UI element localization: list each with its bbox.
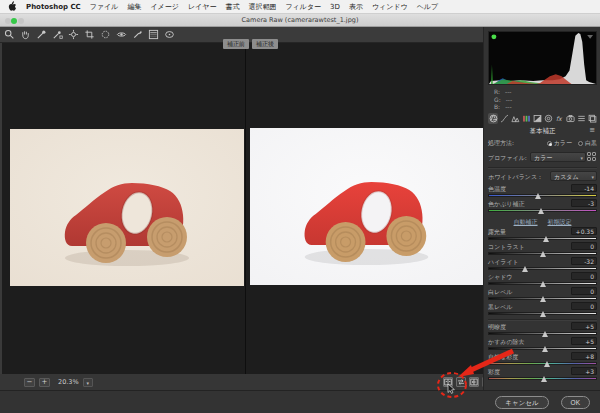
before-after-view-button[interactable] bbox=[443, 377, 453, 387]
profile-dropdown[interactable]: カラー▾ bbox=[530, 152, 586, 162]
apple-icon[interactable] bbox=[8, 2, 17, 12]
slider-thumb[interactable] bbox=[538, 208, 544, 214]
tab-effects[interactable]: fx bbox=[554, 113, 564, 124]
slider-thumb[interactable] bbox=[540, 296, 546, 302]
tint-slider: 色かぶり補正-3 bbox=[488, 200, 597, 215]
targeted-adjustment-icon[interactable] bbox=[67, 29, 79, 41]
auto-link[interactable]: 自動補正 bbox=[514, 218, 538, 225]
dehaze-value[interactable]: +5 bbox=[571, 337, 597, 345]
contrast-value[interactable]: 0 bbox=[571, 242, 597, 250]
panel-menu-icon[interactable]: ≡ bbox=[589, 126, 595, 134]
transform-tool-icon[interactable] bbox=[83, 29, 95, 41]
slider-thumb[interactable] bbox=[535, 193, 541, 199]
white-balance-eyedropper-icon[interactable] bbox=[35, 29, 47, 41]
zoom-tool-icon[interactable] bbox=[3, 29, 15, 41]
menu-file[interactable]: ファイル bbox=[90, 2, 119, 12]
menu-view[interactable]: 表示 bbox=[349, 2, 363, 12]
cancel-button[interactable]: キャンセル bbox=[495, 396, 548, 409]
profile-row: プロファイル: カラー▾ bbox=[488, 152, 597, 163]
slider-thumb[interactable] bbox=[544, 361, 550, 367]
tab-split-toning[interactable] bbox=[532, 113, 542, 124]
shadows-value[interactable]: 0 bbox=[571, 272, 597, 280]
tab-tone-curve[interactable] bbox=[499, 113, 509, 124]
radial-filter-icon[interactable] bbox=[163, 29, 175, 41]
slider-thumb[interactable] bbox=[540, 251, 546, 257]
tab-lens-corrections[interactable] bbox=[543, 113, 553, 124]
treatment-bw-radio[interactable]: 白黒 bbox=[578, 139, 597, 148]
rear-wheel bbox=[147, 217, 187, 257]
blacks-value[interactable]: 0 bbox=[571, 302, 597, 310]
menu-select[interactable]: 選択範囲 bbox=[248, 2, 276, 12]
menu-type[interactable]: 書式 bbox=[225, 2, 239, 12]
tab-presets[interactable] bbox=[576, 113, 586, 124]
adjustment-brush-icon[interactable] bbox=[131, 29, 143, 41]
slider-thumb[interactable] bbox=[542, 331, 548, 337]
before-image[interactable] bbox=[10, 129, 244, 286]
before-badge: 補正前 bbox=[223, 39, 249, 49]
dehaze-slider: かすみの除去+5 bbox=[488, 338, 597, 353]
temperature-value[interactable]: -14 bbox=[571, 184, 597, 192]
menu-layer[interactable]: レイヤー bbox=[188, 2, 217, 12]
tab-hsl-grayscale[interactable] bbox=[521, 113, 531, 124]
screen: Photoshop CC ファイル 編集 イメージ レイヤー 書式 選択範囲 フ… bbox=[0, 0, 600, 413]
tab-snapshots[interactable] bbox=[587, 113, 597, 124]
temperature-slider: 色温度-14 bbox=[488, 185, 597, 200]
vibrance-slider: 自然な彩度+8 bbox=[488, 353, 597, 368]
zoom-level-dropdown[interactable]: ▾ bbox=[83, 378, 93, 387]
menu-window[interactable]: ウィンドウ bbox=[372, 2, 408, 12]
spot-removal-icon[interactable] bbox=[99, 29, 111, 41]
zoom-level-value: 20.3% bbox=[58, 378, 79, 386]
exposure-value[interactable]: +0.35 bbox=[571, 227, 597, 235]
dialog-title-bar: Camera Raw (camerarawtest_1.jpg) bbox=[0, 14, 600, 27]
menu-help[interactable]: ヘルプ bbox=[417, 2, 439, 12]
after-image[interactable] bbox=[250, 128, 483, 285]
highlights-value[interactable]: -32 bbox=[571, 257, 597, 265]
clarity-slider: 明瞭度+5 bbox=[488, 323, 597, 338]
slider-thumb[interactable] bbox=[540, 281, 546, 287]
after-badge: 補正後 bbox=[252, 39, 278, 49]
panel-tabs: fx bbox=[488, 113, 597, 124]
menu-edit[interactable]: 編集 bbox=[127, 2, 141, 12]
slider-thumb[interactable] bbox=[540, 311, 546, 317]
clarity-value[interactable]: +5 bbox=[571, 322, 597, 330]
default-link[interactable]: 初期設定 bbox=[547, 218, 571, 225]
white-balance-row: ホワイトバランス : カスタム▾ bbox=[488, 171, 597, 182]
hand-tool-icon[interactable] bbox=[19, 29, 31, 41]
graduated-filter-icon[interactable] bbox=[147, 29, 159, 41]
copy-current-to-before-button[interactable] bbox=[469, 377, 479, 387]
tab-camera-calibration[interactable] bbox=[565, 113, 575, 124]
color-sampler-icon[interactable] bbox=[51, 29, 63, 41]
slider-thumb[interactable] bbox=[542, 346, 548, 352]
slider-thumb[interactable] bbox=[543, 236, 549, 242]
adjustments-panel: R:--- G:--- B:--- fx 基本補正 ≡ 処理方法: bbox=[483, 27, 600, 390]
zoom-out-button[interactable]: − bbox=[24, 378, 35, 387]
blacks-slider: 黒レベル0 bbox=[488, 303, 597, 318]
rgb-readout: R:--- G:--- B:--- bbox=[494, 88, 512, 111]
red-eye-icon[interactable] bbox=[115, 29, 127, 41]
menu-image[interactable]: イメージ bbox=[150, 2, 179, 12]
saturation-slider: 彩度+3 bbox=[488, 368, 597, 383]
histogram[interactable] bbox=[488, 31, 597, 85]
treatment-color-radio[interactable]: カラー bbox=[547, 139, 572, 148]
tab-detail[interactable] bbox=[510, 113, 520, 124]
swap-before-after-button[interactable] bbox=[456, 377, 466, 387]
dialog-footer: キャンセル OK bbox=[0, 390, 600, 413]
saturation-value[interactable]: +3 bbox=[571, 367, 597, 375]
slider-thumb[interactable] bbox=[522, 266, 528, 272]
zoom-in-button[interactable]: + bbox=[39, 378, 50, 387]
dialog-title: Camera Raw (camerarawtest_1.jpg) bbox=[0, 16, 600, 24]
vibrance-value[interactable]: +8 bbox=[571, 352, 597, 360]
white-balance-dropdown[interactable]: カスタム▾ bbox=[550, 171, 597, 181]
menu-app-name[interactable]: Photoshop CC bbox=[26, 3, 81, 11]
menu-3d[interactable]: 3D bbox=[330, 3, 340, 11]
menu-filter[interactable]: フィルター bbox=[285, 2, 321, 12]
slider-thumb[interactable] bbox=[541, 376, 547, 382]
tab-basic[interactable] bbox=[488, 113, 498, 124]
shadow-clipping-indicator bbox=[491, 34, 496, 39]
whites-value[interactable]: 0 bbox=[571, 287, 597, 295]
ok-button[interactable]: OK bbox=[561, 396, 590, 409]
auto-default-links: 自動補正 初期設定 bbox=[484, 218, 600, 227]
highlights-slider: ハイライト-32 bbox=[488, 258, 597, 273]
profile-browser-icon[interactable] bbox=[587, 152, 597, 162]
tint-value[interactable]: -3 bbox=[571, 199, 597, 207]
